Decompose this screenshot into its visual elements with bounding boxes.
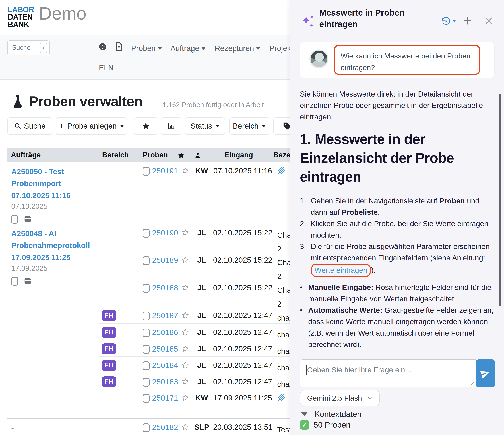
row-checkbox[interactable] <box>143 167 150 176</box>
paperclip-icon[interactable] <box>277 393 286 402</box>
sample-user: SLP <box>192 418 212 435</box>
col-header-bereich[interactable]: Bereich <box>95 151 136 159</box>
model-select[interactable]: Gemini 2.5 Flash <box>300 390 380 406</box>
bullet-item: • Manuelle Eingabe: Rosa hinterlegte Fel… <box>300 282 494 304</box>
order-link[interactable]: Probenahmeprotokoll <box>11 240 99 252</box>
sample-link[interactable]: 250188 <box>152 283 178 292</box>
context-data-toggle[interactable]: Kontextdaten <box>301 410 361 419</box>
row-checkbox[interactable] <box>11 277 18 286</box>
sample-link[interactable]: 250189 <box>152 256 178 265</box>
table-icon[interactable] <box>23 277 32 285</box>
sample-user: JL <box>192 324 212 340</box>
document-icon[interactable] <box>115 42 123 51</box>
bereich-badge: FH <box>101 343 116 354</box>
chart-view-button[interactable] <box>161 117 181 135</box>
send-button[interactable] <box>476 359 495 387</box>
row-checkbox[interactable] <box>143 256 150 265</box>
plus-icon: + <box>59 122 64 130</box>
star-icon <box>142 122 150 130</box>
row-checkbox[interactable] <box>143 394 150 403</box>
close-panel-button[interactable] <box>484 16 494 27</box>
create-sample-button[interactable]: + Probe anlegen <box>56 117 127 135</box>
favorites-filter-button[interactable] <box>134 117 157 135</box>
row-checkbox[interactable] <box>143 229 150 238</box>
col-header-auftraege[interactable]: Aufträge <box>7 151 95 159</box>
history-icon <box>441 17 451 26</box>
row-checkbox[interactable] <box>11 215 18 224</box>
app-logo[interactable]: LABOR DATEN BANK <box>8 6 36 28</box>
sample-link[interactable]: 250185 <box>152 344 178 353</box>
col-header-favorite[interactable] <box>175 151 188 159</box>
sample-link[interactable]: 250191 <box>152 166 178 175</box>
star-icon <box>178 152 185 159</box>
order-link[interactable]: A250015 - SQL-Demo <box>11 434 99 435</box>
row-checkbox[interactable] <box>143 284 150 293</box>
favorite-star-icon[interactable] <box>181 167 189 174</box>
werte-eintragen-link[interactable]: Werte eintragen <box>311 264 371 277</box>
triangle-down-icon <box>301 412 308 416</box>
favorite-star-icon[interactable] <box>181 394 189 401</box>
row-checkbox[interactable] <box>143 329 150 337</box>
favorite-star-icon[interactable] <box>181 345 189 352</box>
order-link[interactable]: - <box>11 422 99 434</box>
assistant-section-heading: 1. Messwerte in der Einzelansicht der Pr… <box>300 130 477 186</box>
search-shortcut-key: / <box>40 43 47 53</box>
col-header-eingang[interactable]: Eingang <box>207 151 270 159</box>
bullet-item: • Automatische Werte: Grau-gestreifte Fe… <box>300 304 494 350</box>
favorite-star-icon[interactable] <box>181 229 189 236</box>
favorite-star-icon[interactable] <box>181 312 189 319</box>
order-date: 17.09.2025 <box>11 264 99 272</box>
chevron-down-icon <box>215 125 219 127</box>
bereich-badge: FH <box>101 360 116 371</box>
table-search-button[interactable]: Suche <box>7 117 52 135</box>
status-filter-button[interactable]: Status <box>185 117 225 135</box>
nav-item-auftraege[interactable]: Aufträge <box>171 44 205 53</box>
sample-eingang: 17.09.2025 11:25 <box>212 389 274 418</box>
row-checkbox[interactable] <box>143 361 150 370</box>
logo-line: LABOR <box>8 6 34 13</box>
nav-item-rezepturen[interactable]: Rezepturen <box>215 44 260 53</box>
sample-link[interactable]: 250183 <box>152 377 178 386</box>
sample-link[interactable]: 250184 <box>152 361 178 370</box>
resize-handle[interactable] <box>469 381 474 386</box>
sample-link[interactable]: 250187 <box>152 311 178 320</box>
bereich-filter-button[interactable]: Bereich <box>229 117 270 135</box>
favorite-star-icon[interactable] <box>181 256 189 264</box>
order-link[interactable]: 07.10.2025 11:16 <box>11 190 99 201</box>
sample-link[interactable]: 250190 <box>152 228 178 237</box>
sample-user: JL <box>192 307 212 323</box>
speedometer-icon[interactable] <box>99 43 107 51</box>
context-data-item: ✓ 50 Proben <box>300 420 351 430</box>
table-icon[interactable] <box>23 215 32 223</box>
nav-item-eln[interactable]: ELN <box>99 63 114 72</box>
order-link[interactable]: A250048 - AI <box>11 228 99 240</box>
sample-eingang: 07.10.2025 11:16 <box>212 162 274 221</box>
row-checkbox[interactable] <box>143 423 150 432</box>
col-header-proben[interactable]: Proben <box>136 151 175 159</box>
col-header-user[interactable] <box>188 151 207 159</box>
favorite-star-icon[interactable] <box>181 423 189 431</box>
order-link[interactable]: A250050 - Test <box>11 166 99 178</box>
row-checkbox[interactable] <box>143 378 150 387</box>
row-checkbox[interactable] <box>143 312 150 320</box>
panel-scrollbar[interactable] <box>499 94 501 306</box>
sample-link[interactable]: 250171 <box>152 393 178 402</box>
order-link[interactable]: Probenimport <box>11 178 99 190</box>
favorite-star-icon[interactable] <box>181 361 189 369</box>
paperclip-icon[interactable] <box>277 166 286 175</box>
bullet-dot: • <box>300 304 308 350</box>
sample-eingang: 02.10.2025 15:22 <box>212 224 274 251</box>
favorite-star-icon[interactable] <box>181 328 189 336</box>
sample-link[interactable]: 250182 <box>152 423 178 432</box>
nav-item-proben[interactable]: Proben <box>131 44 162 53</box>
favorite-star-icon[interactable] <box>181 378 189 385</box>
question-input[interactable] <box>307 365 467 384</box>
history-button[interactable] <box>441 17 456 27</box>
order-link[interactable]: 17.09.2025 11:25 <box>11 252 99 263</box>
search-input[interactable] <box>12 41 39 54</box>
new-chat-button[interactable] <box>462 16 473 27</box>
chevron-down-icon <box>158 47 162 50</box>
favorite-star-icon[interactable] <box>181 284 189 291</box>
sample-link[interactable]: 250186 <box>152 328 178 337</box>
row-checkbox[interactable] <box>143 345 150 354</box>
